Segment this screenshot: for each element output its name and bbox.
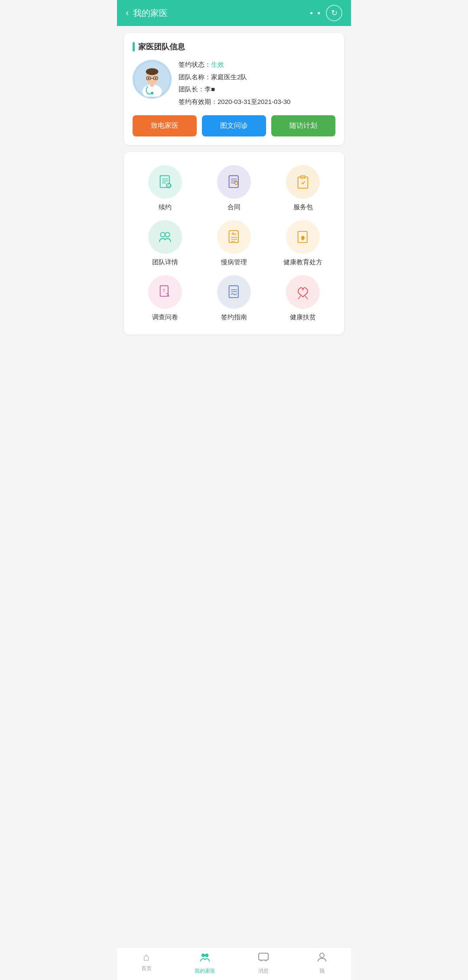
team-name-label: 团队名称：: [179, 73, 211, 81]
svg-point-9: [148, 78, 149, 79]
nav-my_doctor-icon: [199, 951, 211, 966]
contract-icon: ★: [217, 165, 251, 199]
nav-me-label: 我: [319, 967, 325, 975]
menu-item-survey[interactable]: ? 调查问卷: [133, 275, 197, 321]
survey-label: 调查问卷: [152, 313, 178, 321]
refresh-button[interactable]: ↻: [326, 5, 342, 21]
svg-point-10: [155, 78, 156, 79]
menu-item-sign_guide[interactable]: 签约指南: [202, 275, 266, 321]
survey-icon: ?: [148, 275, 182, 309]
contract-label: 合同: [228, 203, 240, 211]
health_poverty-label: 健康扶贫: [290, 313, 316, 321]
health_edu-label: 健康教育处方: [283, 258, 322, 266]
nav-message-icon: [257, 951, 270, 966]
doctor-avatar: [133, 60, 172, 99]
svg-text:★: ★: [235, 182, 237, 185]
svg-text:续: 续: [167, 184, 171, 188]
sign_guide-label: 签约指南: [221, 313, 247, 321]
nav-home-label: 首页: [141, 965, 152, 972]
doctor-info: 签约状态：生效 团队名称：家庭医生2队 团队长：李■ 签约有效期：2020-03…: [133, 60, 335, 107]
nav-item-message[interactable]: 消息: [250, 951, 276, 975]
validity-label: 签约有效期：: [179, 98, 218, 105]
team-leader-row: 团队长：李■: [179, 84, 335, 94]
status-label: 签约状态：: [179, 61, 211, 68]
menu-card: 续 续约 ★ 合同 服务包 团队详情 Rx 慢病管理 健康教育处方 ? 调查问卷…: [124, 152, 344, 334]
service_package-label: 服务包: [293, 203, 313, 211]
menu-item-team_detail[interactable]: 团队详情: [133, 220, 197, 266]
health_poverty-icon: [286, 275, 320, 309]
section-title: 家医团队信息: [133, 42, 335, 52]
nav-home-icon: ⌂: [143, 951, 150, 963]
nav-item-home[interactable]: ⌂首页: [133, 951, 159, 975]
bottom-nav: ⌂首页我的家医消息我: [117, 947, 351, 980]
consult-button[interactable]: 图文问诊: [202, 115, 266, 136]
svg-point-5: [146, 68, 159, 75]
page-title: 我的家医: [133, 7, 168, 19]
nav-me-icon: [316, 951, 328, 966]
svg-rect-41: [259, 953, 268, 960]
svg-text:Rx: Rx: [232, 232, 237, 236]
chronic_mgmt-label: 慢病管理: [221, 258, 247, 266]
menu-item-renewal[interactable]: 续 续约: [133, 165, 197, 211]
svg-point-42: [320, 953, 324, 957]
renewal-label: 续约: [159, 203, 172, 211]
status-row: 签约状态：生效: [179, 60, 335, 70]
title-accent-bar: [133, 42, 135, 52]
menu-item-service_package[interactable]: 服务包: [271, 165, 335, 211]
svg-point-27: [165, 232, 170, 237]
team-name-row: 团队名称：家庭医生2队: [179, 72, 335, 82]
team-leader-value: 李■: [205, 85, 215, 93]
svg-point-39: [202, 954, 205, 957]
menu-item-health_poverty[interactable]: 健康扶贫: [271, 275, 335, 321]
service_package-icon: [286, 165, 320, 199]
svg-text:?: ?: [162, 288, 165, 293]
header-right: • • ↻: [310, 5, 342, 21]
nav-my_doctor-label: 我的家医: [195, 967, 215, 975]
team-leader-label: 团队长：: [179, 85, 205, 93]
status-value: 生效: [211, 61, 224, 68]
menu-item-health_edu[interactable]: 健康教育处方: [271, 220, 335, 266]
svg-point-26: [160, 232, 165, 237]
nav-item-me[interactable]: 我: [309, 951, 335, 975]
renewal-icon: 续: [148, 165, 182, 199]
main-content: 家医团队信息: [117, 26, 351, 947]
grid-menu: 续 续约 ★ 合同 服务包 团队详情 Rx 慢病管理 健康教育处方 ? 调查问卷…: [133, 161, 335, 326]
team-info-card: 家医团队信息: [124, 33, 344, 145]
team-name-value: 家庭医生2队: [211, 73, 247, 81]
more-icon[interactable]: • •: [310, 9, 322, 18]
nav-item-my_doctor[interactable]: 我的家医: [192, 951, 218, 975]
header-left: ‹ 我的家医: [126, 7, 168, 19]
validity-value: 2020-03-31至2021-03-30: [218, 98, 290, 105]
chronic_mgmt-icon: Rx: [217, 220, 251, 254]
back-icon[interactable]: ‹: [126, 7, 129, 19]
svg-point-40: [205, 954, 208, 957]
doctor-details: 签约状态：生效 团队名称：家庭医生2队 团队长：李■ 签约有效期：2020-03…: [179, 60, 335, 107]
health_edu-icon: [286, 220, 320, 254]
svg-point-11: [151, 92, 153, 94]
team_detail-label: 团队详情: [152, 258, 178, 266]
menu-item-contract[interactable]: ★ 合同: [202, 165, 266, 211]
svg-rect-24: [298, 177, 308, 188]
validity-row: 签约有效期：2020-03-31至2021-03-30: [179, 97, 335, 107]
team_detail-icon: [148, 220, 182, 254]
refresh-icon: ↻: [331, 8, 338, 18]
header: ‹ 我的家医 • • ↻: [117, 0, 351, 26]
sign_guide-icon: [217, 275, 251, 309]
section-title-text: 家医团队信息: [138, 42, 185, 52]
menu-item-chronic_mgmt[interactable]: Rx 慢病管理: [202, 220, 266, 266]
followup-button[interactable]: 随访计划: [271, 115, 335, 136]
call-doctor-button[interactable]: 致电家医: [133, 115, 197, 136]
nav-message-label: 消息: [258, 967, 269, 975]
action-buttons: 致电家医 图文问诊 随访计划: [133, 115, 335, 136]
